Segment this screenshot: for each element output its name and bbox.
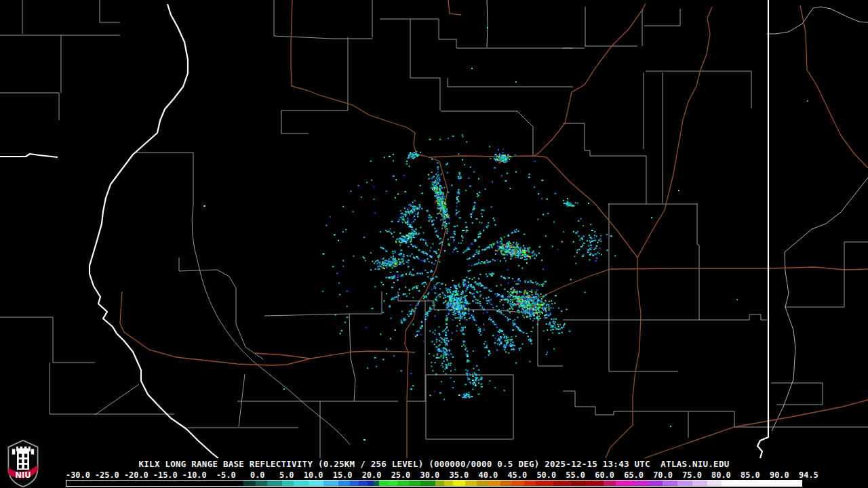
radar-screen: KILX LONG RANGE BASE REFLECTIVITY (0.25K… (0, 0, 868, 488)
niu-logo: NIU (5, 439, 41, 488)
radar-map (0, 0, 868, 458)
colorbar-scale-labels: -30.0 -25.0 -20.0 -15.0 -10.0 -5.0 0.0 5… (66, 470, 818, 480)
secondary-roads-layer (487, 0, 488, 47)
reflectivity-echoes-layer (203, 27, 808, 441)
county-lines-layer (0, 0, 868, 458)
highways-layer (120, 0, 868, 458)
product-caption: KILX LONG RANGE BASE REFLECTIVITY (0.25K… (0, 459, 868, 470)
reflectivity-colorbar (66, 480, 802, 487)
niu-logo-text: NIU (15, 470, 31, 480)
rivers-layer (767, 7, 868, 431)
